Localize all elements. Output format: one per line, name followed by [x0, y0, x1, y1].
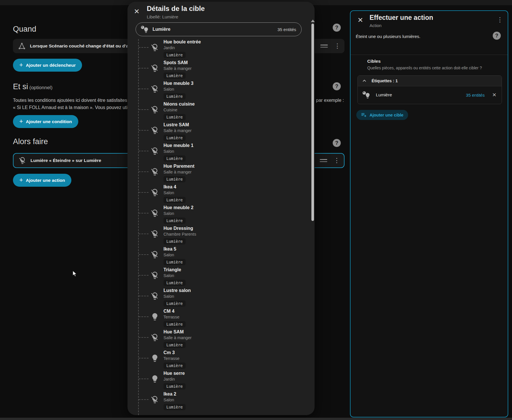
add-trigger-button[interactable]: + Ajouter un déclencheur: [13, 59, 82, 72]
tree-connector: [139, 379, 149, 379]
labels-expansion-panel: Étiquettes : 1 Lumière 35 entités ✕: [357, 75, 502, 104]
target-label-row[interactable]: Lumière 35 entités ✕: [358, 86, 502, 104]
entity-name: Triangle: [163, 267, 186, 272]
entity-area: Salon: [163, 149, 193, 154]
entity-area: Salon: [163, 273, 186, 278]
entity-list-item[interactable]: Néons cuisine Cuisine Lumière: [127, 101, 315, 122]
entity-label-chip: Lumière: [163, 404, 186, 410]
remove-target-icon[interactable]: ✕: [492, 92, 496, 98]
drag-handle-icon[interactable]: [320, 159, 327, 162]
tree-connector: [139, 399, 149, 400]
entity-area: Salon: [163, 397, 186, 402]
entity-area: Salle à manger: [163, 66, 192, 71]
tree-connector: [139, 47, 149, 48]
then-help-icon[interactable]: ?: [333, 139, 341, 147]
dialog-subtitle: Libellé: Lumière: [147, 14, 178, 20]
target-chip[interactable]: Lumière 35 entités: [136, 22, 302, 36]
entity-list-item[interactable]: Cm 3 Terrasse Lumière: [127, 350, 315, 371]
entity-label-chip: Lumière: [163, 135, 186, 141]
lightbulb-off-icon: [151, 209, 159, 217]
entity-label-chip: Lumière: [163, 114, 186, 120]
entity-list-item[interactable]: Lustre SAM Salle à manger Lumière: [127, 122, 315, 143]
kebab-menu-icon[interactable]: ⋮: [334, 43, 340, 49]
tree-connector: [139, 337, 149, 338]
entity-name: Ikea 4: [163, 184, 186, 190]
entity-list-item[interactable]: Ikea 2 Salon Lumière: [127, 391, 315, 412]
entity-area: Salon: [163, 252, 186, 257]
entity-list-item[interactable]: Hue meuble 2 Salon Lumière: [127, 205, 315, 226]
entity-name: Spots SAM: [163, 60, 192, 65]
lightbulb-off-icon: [151, 333, 159, 342]
entity-label-chip: Lumière: [163, 52, 186, 58]
entity-list-item[interactable]: Hue Dressing Chambre Parents Lumière: [127, 226, 315, 246]
entity-list-item[interactable]: Hue Parement Salle à manger Lumière: [127, 163, 315, 184]
tree-connector: [139, 130, 149, 131]
drag-handle-icon[interactable]: [320, 45, 328, 47]
add-target-button[interactable]: Ajouter une cible: [356, 110, 408, 120]
entity-name: Néons cuisine: [163, 101, 195, 107]
lightbulb-off-icon: [151, 105, 159, 114]
entity-list-item[interactable]: Lustre salon Salon Lumière: [127, 288, 315, 308]
targets-hint: Quelles pièces, appareils ou entités cet…: [367, 66, 482, 70]
labels-expansion-header[interactable]: Étiquettes : 1: [358, 76, 502, 86]
tree-connector: [139, 316, 149, 317]
entity-list-item[interactable]: Spots SAM Salle à manger Lumière: [127, 60, 315, 81]
entity-list-item[interactable]: Triangle Salon Lumière: [127, 267, 315, 288]
lightbulb-icon: [151, 312, 159, 321]
entity-area: Terrasse: [163, 314, 186, 320]
state-trigger-icon: [18, 42, 26, 50]
entity-list-item[interactable]: Hue serre Jardin Lumière: [127, 371, 315, 391]
entity-label-chip: Lumière: [163, 280, 186, 286]
lightbulb-off-icon: [151, 292, 159, 300]
entity-label-chip: Lumière: [163, 72, 186, 79]
optional-label: (optionnel): [29, 85, 52, 90]
entity-label-chip: Lumière: [163, 93, 186, 100]
then-section-title: Alors faire: [13, 137, 48, 146]
tree-connector: [139, 89, 149, 89]
andif-description-line2: « Si LE FOLL Arnaud est à la maison ». V…: [13, 104, 132, 111]
kebab-menu-icon[interactable]: ⋮: [497, 17, 503, 23]
entity-list-item[interactable]: Hue meuble 3 Salon Lumière: [127, 81, 315, 101]
entity-area: Salle à manger: [163, 169, 195, 175]
entity-area: Salon: [163, 211, 193, 216]
playlist-plus-icon: [361, 112, 367, 118]
close-icon[interactable]: ✕: [357, 16, 363, 24]
entity-list-item[interactable]: Hue meuble 1 Salon Lumière: [127, 143, 315, 163]
action-help-icon[interactable]: ?: [493, 32, 501, 40]
close-icon[interactable]: ✕: [134, 7, 140, 16]
tree-connector: [139, 151, 149, 151]
add-action-button[interactable]: + Ajouter une action: [13, 174, 71, 187]
entity-list-item[interactable]: Hue SAM Salle à manger Lumière: [127, 329, 315, 350]
entity-label-chip: Lumière: [163, 300, 186, 307]
dialog-scrollbar[interactable]: [311, 24, 314, 221]
scroll-up-arrow-icon[interactable]: [311, 20, 315, 22]
entity-label-chip: Lumière: [163, 197, 186, 203]
entity-list-item[interactable]: CM 4 Terrasse Lumière: [127, 308, 315, 329]
tree-connector: [139, 275, 149, 276]
entity-area: Salle à manger: [163, 335, 192, 340]
entity-name: Ikea 5: [163, 246, 186, 252]
entity-area: Salon: [163, 294, 191, 299]
when-help-icon[interactable]: ?: [333, 24, 341, 32]
entity-list-item[interactable]: Ikea 4 Salon Lumière: [127, 184, 315, 205]
label-target-icon: [140, 25, 149, 34]
entity-list-item[interactable]: Hue boule entrée Jardin Lumière: [127, 39, 315, 60]
entity-name: Hue Parement: [163, 163, 195, 169]
kebab-menu-icon[interactable]: ⋮: [334, 157, 340, 164]
andif-help-icon[interactable]: ?: [333, 82, 341, 90]
lightbulb-off-icon: [151, 126, 159, 135]
target-entity-count[interactable]: 35 entités: [466, 93, 485, 98]
entity-name: Hue boule entrée: [163, 39, 201, 45]
action-panel: ✕ Effectuer une action Action ⋮ Éteint u…: [350, 10, 508, 417]
panel-title: Effectuer une action: [370, 14, 433, 22]
lightbulb-off-icon: [151, 271, 159, 280]
entity-label-chip: Lumière: [163, 217, 186, 224]
add-condition-button[interactable]: + Ajouter une condition: [13, 115, 78, 128]
entity-list-item[interactable]: Ikea 5 Salon Lumière: [127, 246, 315, 267]
target-details-dialog: ✕ Détails de la cible Libellé: Lumière L…: [127, 2, 315, 415]
lightbulb-off-icon: [151, 43, 159, 52]
entity-name: CM 4: [163, 308, 186, 314]
entity-name: Hue meuble 1: [163, 143, 193, 148]
action-description: Éteint une ou plusieurs lumières.: [356, 34, 420, 39]
entity-area: Cuisine: [163, 107, 195, 112]
